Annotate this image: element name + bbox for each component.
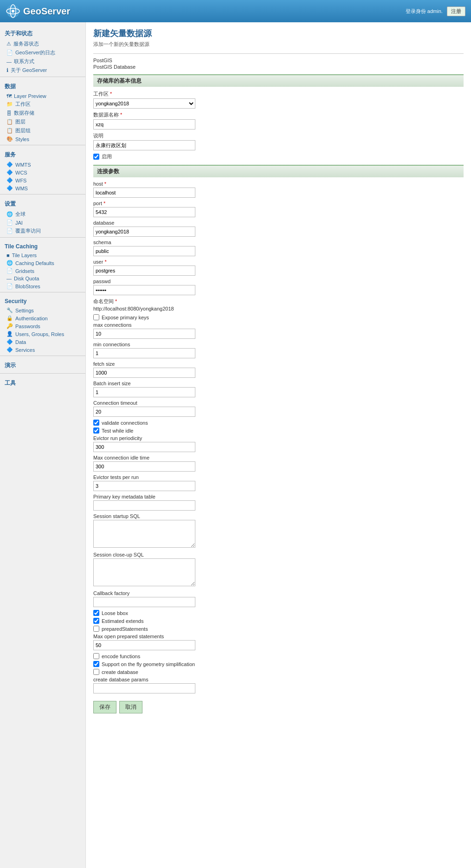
max-connection-idle-time-input[interactable] [93, 461, 195, 472]
connection-timeout-label: Connection timeout [93, 400, 464, 406]
expose-primary-keys-checkbox[interactable] [93, 314, 99, 320]
loose-bbox-checkbox[interactable] [93, 610, 99, 616]
sidebar-item-disk-quota[interactable]: — Disk Quota [0, 275, 85, 282]
header: GeoServer 登录身份 admin. 注册 [0, 0, 471, 22]
sidebar-item-authentication[interactable]: 🔒 Authentication [0, 314, 85, 322]
gridsets-icon: 📄 [6, 268, 13, 274]
sidebar-item-caching-defaults[interactable]: 🌐 Caching Defaults [0, 259, 85, 267]
sidebar-item-contact[interactable]: — 联系方式 [0, 57, 85, 66]
user-input[interactable] [93, 266, 195, 276]
min-connections-label: min connections [93, 342, 464, 347]
namespace-label: 命名空间 * [93, 298, 464, 305]
description-label: 说明 [93, 132, 464, 139]
fetch-size-label: fetch size [93, 361, 464, 367]
port-input[interactable] [93, 207, 195, 217]
evictor-run-periodicity-input[interactable] [93, 442, 195, 452]
sidebar-item-layer-preview[interactable]: 🗺 Layer Preview [0, 92, 85, 100]
dash-icon: — [6, 59, 12, 65]
register-button[interactable]: 注册 [447, 6, 465, 16]
globe-icon: 🌐 [6, 211, 13, 217]
sidebar-item-layer-groups[interactable]: 📋 图层组 [0, 126, 85, 135]
test-while-idle-checkbox[interactable] [93, 428, 99, 434]
workspace-label: 工作区 * [93, 91, 464, 97]
sidebar-label-geoserver-log: GeoServer的日志 [15, 49, 55, 56]
description-input[interactable] [93, 140, 195, 150]
wfs-icon: 🔷 [6, 177, 13, 183]
batch-insert-size-row: Batch insert size [93, 381, 464, 397]
sidebar-item-coverage-access[interactable]: 📄 覆盖率访问 [0, 227, 85, 235]
sidebar-item-security-services[interactable]: 🔷 Services [0, 346, 85, 354]
sidebar-item-users-groups-roles[interactable]: 👤 Users, Groups, Roles [0, 330, 85, 338]
cancel-button[interactable]: 取消 [119, 701, 142, 713]
sidebar-item-wfs[interactable]: 🔷 WFS [0, 176, 85, 184]
sidebar-item-wcs[interactable]: 🔷 WCS [0, 168, 85, 176]
callback-factory-input[interactable] [93, 597, 195, 607]
validate-connections-checkbox[interactable] [93, 420, 99, 426]
sidebar-item-blobstores[interactable]: 📄 BlobStores [0, 282, 85, 290]
estimated-extends-checkbox[interactable] [93, 618, 99, 624]
schema-label: schema [93, 240, 464, 245]
save-button[interactable]: 保存 [93, 701, 116, 713]
validate-connections-row: validate connections [93, 420, 464, 426]
passwd-row: passwd [93, 279, 464, 295]
max-open-prepared-statements-input[interactable] [93, 640, 195, 650]
sidebar-label-passwords: Passwords [15, 324, 40, 329]
button-bar: 保存 取消 [93, 701, 464, 713]
sidebar-item-gridsets[interactable]: 📄 Gridsets [0, 267, 85, 275]
sidebar-label-contact: 联系方式 [14, 58, 34, 65]
sidebar-section-data: 数据 [0, 79, 85, 92]
estimated-extends-row: Estimated extends [93, 618, 464, 624]
sidebar-label-gridsets: Gridsets [15, 268, 34, 274]
prepared-statements-row: preparedStatements [93, 626, 464, 632]
create-database-checkbox[interactable] [93, 669, 99, 675]
host-input[interactable] [93, 188, 195, 198]
evictor-tests-per-run-input[interactable] [93, 481, 195, 491]
max-connections-input[interactable] [93, 329, 195, 339]
min-connections-input[interactable] [93, 348, 195, 358]
sidebar-item-wms[interactable]: 🔷 WMS [0, 184, 85, 192]
sidebar-item-global[interactable]: 🌐 全球 [0, 210, 85, 219]
sidebar-label-users-groups-roles: Users, Groups, Roles [15, 331, 64, 337]
passwd-label: passwd [93, 279, 464, 284]
sidebar-item-workspaces[interactable]: 📁 工作区 [0, 100, 85, 109]
connection-timeout-input[interactable] [93, 407, 195, 417]
sidebar-item-security-data[interactable]: 🔷 Data [0, 338, 85, 346]
primary-key-metadata-table-input[interactable] [93, 500, 195, 511]
enabled-row: 启用 [93, 153, 464, 160]
schema-input[interactable] [93, 246, 195, 256]
sidebar-item-jai[interactable]: 📄 JAI [0, 219, 85, 227]
encode-functions-checkbox[interactable] [93, 653, 99, 659]
prepared-statements-checkbox[interactable] [93, 626, 99, 632]
loose-bbox-row: Loose bbox [93, 610, 464, 616]
sidebar-item-about[interactable]: ℹ 关于 GeoServer [0, 66, 85, 75]
datasource-name-input[interactable] [93, 119, 195, 130]
sidebar-item-tile-layers[interactable]: ■ Tile Layers [0, 252, 85, 259]
support-simplification-checkbox[interactable] [93, 661, 99, 667]
sidebar-item-passwords[interactable]: 🔑 Passwords [0, 322, 85, 330]
sidebar-item-styles[interactable]: 🎨 Styles [0, 135, 85, 143]
batch-insert-size-input[interactable] [93, 387, 195, 397]
workspace-select[interactable]: yongkang2018 [93, 98, 195, 109]
wrench-icon: 🔧 [6, 307, 13, 313]
fetch-size-input[interactable] [93, 368, 195, 378]
sidebar-item-layers[interactable]: 📋 图层 [0, 117, 85, 126]
max-connections-label: max connections [93, 322, 464, 328]
database-input[interactable] [93, 227, 195, 237]
logo-area: GeoServer [6, 4, 70, 19]
enabled-checkbox[interactable] [93, 154, 99, 160]
sidebar-item-wmts[interactable]: 🔷 WMTS [0, 161, 85, 168]
sidebar-label-layer-preview: Layer Preview [14, 93, 46, 99]
sidebar-label-blobstores: BlobStores [15, 284, 40, 289]
sidebar-item-datastores[interactable]: 🗄 数据存储 [0, 109, 85, 117]
passwd-input[interactable] [93, 285, 195, 295]
fetch-size-row: fetch size [93, 361, 464, 378]
session-startup-sql-input[interactable] [93, 520, 195, 548]
sidebar-item-server-status[interactable]: ⚠ 服务器状态 [0, 39, 85, 48]
coverage-icon: 📄 [6, 228, 13, 234]
sidebar-item-security-settings[interactable]: 🔧 Settings [0, 306, 85, 314]
workspace-row: 工作区 * yongkang2018 [93, 91, 464, 109]
session-closeup-sql-input[interactable] [93, 558, 195, 586]
workspace-required: * [110, 91, 112, 97]
sidebar-item-geoserver-log[interactable]: 📄 GeoServer的日志 [0, 48, 85, 57]
create-database-params-input[interactable] [93, 683, 195, 693]
